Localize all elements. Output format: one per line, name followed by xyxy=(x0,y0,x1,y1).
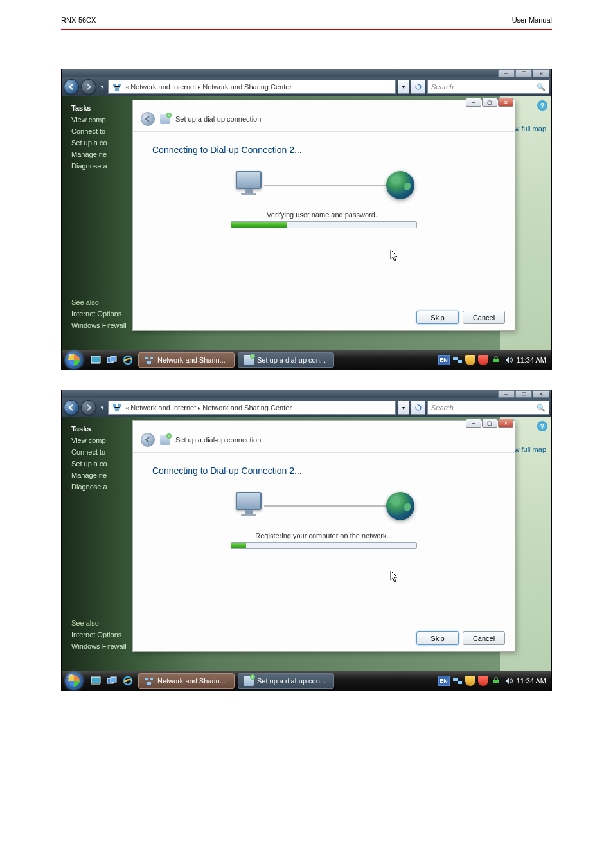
minimize-button[interactable]: ─ xyxy=(498,69,515,77)
security-warning-icon[interactable] xyxy=(465,355,475,365)
status-text: Registering your computer on the network… xyxy=(152,532,495,539)
breadcrumb-item[interactable]: Network and Internet xyxy=(130,404,196,411)
clock[interactable]: 11:34 AM xyxy=(517,356,546,364)
sidebar-item-internet-options[interactable]: Internet Options xyxy=(71,310,132,318)
chevron-right-icon[interactable]: ▸ xyxy=(198,84,200,90)
dialog-back-button[interactable] xyxy=(141,112,155,126)
network-tray-icon[interactable] xyxy=(452,355,463,365)
arrow-right-icon xyxy=(85,404,93,411)
nav-history-dropdown[interactable]: ▼ xyxy=(98,80,106,93)
start-button[interactable] xyxy=(62,350,86,370)
refresh-button[interactable] xyxy=(411,401,425,415)
switch-windows-icon[interactable] xyxy=(105,674,119,688)
clock[interactable]: 11:34 AM xyxy=(517,677,546,685)
network-tray-icon[interactable] xyxy=(452,676,463,686)
connection-line-icon xyxy=(264,185,386,186)
network-center-icon xyxy=(112,82,122,92)
search-input[interactable]: Search 🔍 xyxy=(427,401,549,415)
security-alert-icon[interactable] xyxy=(478,676,488,686)
sidebar-item-internet-options[interactable]: Internet Options xyxy=(71,631,132,638)
minimize-button[interactable]: ─ xyxy=(498,390,515,398)
sidebar-item[interactable]: Diagnose a xyxy=(71,162,132,170)
sidebar-item[interactable]: View comp xyxy=(71,437,132,444)
search-icon[interactable]: 🔍 xyxy=(537,83,546,91)
close-button[interactable]: ✕ xyxy=(533,390,549,398)
connection-graphic xyxy=(152,492,495,520)
breadcrumb[interactable]: « Network and Internet ▸ Network and Sha… xyxy=(108,401,396,415)
forward-button[interactable] xyxy=(81,400,96,415)
breadcrumb-item[interactable]: Network and Sharing Center xyxy=(202,83,292,91)
dialog-close-button[interactable]: ✕ xyxy=(498,419,513,428)
security-warning-icon[interactable] xyxy=(465,676,475,686)
sidebar-item[interactable]: View comp xyxy=(71,116,132,123)
dialog-back-button[interactable] xyxy=(141,433,155,447)
taskbar-button-dialup[interactable]: Set up a dial-up con... xyxy=(238,352,334,368)
maximize-button[interactable]: ❐ xyxy=(515,69,532,77)
show-desktop-icon[interactable] xyxy=(89,353,103,367)
volume-icon[interactable] xyxy=(504,676,514,686)
start-button[interactable] xyxy=(62,671,86,691)
refresh-button[interactable] xyxy=(411,80,425,94)
security-alert-icon[interactable] xyxy=(478,355,488,365)
svg-rect-20 xyxy=(111,677,116,682)
chevron-right-icon[interactable]: ▸ xyxy=(198,405,200,411)
dialog-maximize-button[interactable]: ▢ xyxy=(482,419,497,428)
sidebar-item-windows-firewall[interactable]: Windows Firewall xyxy=(71,321,132,329)
ie-icon[interactable] xyxy=(121,674,135,688)
sidebar-item[interactable]: Manage ne xyxy=(71,150,132,158)
help-icon[interactable]: ? xyxy=(537,421,547,431)
sidebar-see-also-title: See also xyxy=(71,619,132,627)
remove-hardware-icon[interactable] xyxy=(491,355,501,365)
close-button[interactable]: ✕ xyxy=(533,69,549,77)
forward-button[interactable] xyxy=(81,79,96,95)
remove-hardware-icon[interactable] xyxy=(491,676,501,686)
search-icon[interactable]: 🔍 xyxy=(537,404,546,412)
sidebar-item[interactable]: Set up a co xyxy=(71,139,132,147)
network-center-icon xyxy=(112,402,122,413)
dialog-minimize-button[interactable]: ─ xyxy=(466,419,481,428)
dialog-close-button[interactable]: ✕ xyxy=(498,98,513,107)
address-dropdown[interactable]: ▾ xyxy=(398,80,409,94)
nav-history-dropdown[interactable]: ▼ xyxy=(98,401,106,414)
breadcrumb-item[interactable]: Network and Sharing Center xyxy=(202,404,292,411)
show-desktop-icon[interactable] xyxy=(89,674,103,688)
ie-icon[interactable] xyxy=(121,353,135,367)
language-indicator[interactable]: EN xyxy=(438,676,450,686)
computer-icon xyxy=(233,492,264,520)
sidebar-item[interactable]: Manage ne xyxy=(71,471,132,479)
arrow-left-icon xyxy=(145,116,151,122)
arrow-left-icon xyxy=(145,437,151,443)
windows-logo-icon xyxy=(65,351,83,369)
switch-windows-icon[interactable] xyxy=(105,353,119,367)
volume-icon[interactable] xyxy=(504,355,514,365)
sidebar-item[interactable]: Connect to xyxy=(71,448,132,456)
cancel-button[interactable]: Cancel xyxy=(463,311,505,324)
skip-button[interactable]: Skip xyxy=(416,631,459,645)
breadcrumb-item[interactable]: Network and Internet xyxy=(130,83,196,91)
maximize-button[interactable]: ❐ xyxy=(515,390,532,398)
sidebar-item[interactable]: Connect to xyxy=(71,127,132,135)
divider xyxy=(61,29,552,30)
back-button[interactable] xyxy=(64,400,79,415)
search-placeholder: Search xyxy=(431,404,454,411)
sidebar-item-windows-firewall[interactable]: Windows Firewall xyxy=(71,642,132,650)
network-center-icon xyxy=(144,676,154,686)
dialog-maximize-button[interactable]: ▢ xyxy=(482,98,497,107)
taskbar: Network and Sharin... Set up a dial-up c… xyxy=(62,350,551,370)
back-button[interactable] xyxy=(64,79,79,95)
help-icon[interactable]: ? xyxy=(537,100,547,111)
cancel-button[interactable]: Cancel xyxy=(463,631,505,645)
search-input[interactable]: Search 🔍 xyxy=(427,80,549,94)
taskbar-button-dialup[interactable]: Set up a dial-up con... xyxy=(238,673,334,689)
taskbar-button-network-sharing[interactable]: Network and Sharin... xyxy=(138,673,235,689)
skip-button[interactable]: Skip xyxy=(416,311,459,324)
refresh-icon xyxy=(414,83,422,91)
sidebar-item[interactable]: Set up a co xyxy=(71,460,132,467)
sidebar-item[interactable]: Diagnose a xyxy=(71,483,132,491)
taskbar-button-network-sharing[interactable]: Network and Sharin... xyxy=(138,352,235,368)
address-dropdown[interactable]: ▾ xyxy=(398,401,409,415)
language-indicator[interactable]: EN xyxy=(438,355,450,365)
breadcrumb[interactable]: « Network and Internet ▸ Network and Sha… xyxy=(108,80,396,94)
svg-rect-10 xyxy=(147,361,151,364)
dialog-minimize-button[interactable]: ─ xyxy=(466,98,481,107)
